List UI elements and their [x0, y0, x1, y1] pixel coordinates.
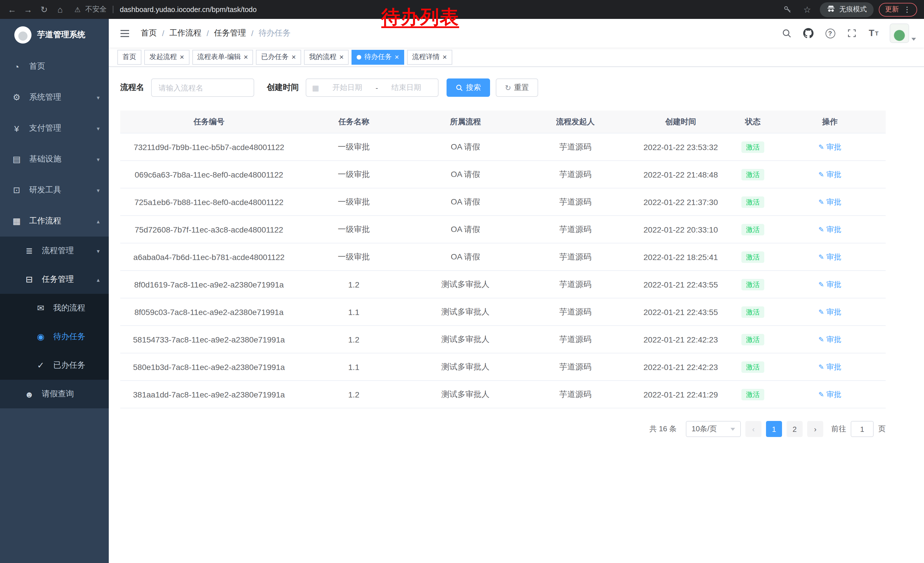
- tab-4[interactable]: 我的流程 ×: [304, 50, 349, 65]
- approve-button[interactable]: ✎ 审批: [818, 197, 841, 207]
- approve-button[interactable]: ✎ 审批: [818, 362, 841, 372]
- font-size-icon[interactable]: T T: [863, 23, 884, 44]
- sidebar-menu: ◔ 首页 ⚙ 系统管理 ▾ ¥ 支付管理 ▾ ▤ 基础设施 ▾ ⊡ 研发工具 ▾…: [0, 51, 109, 408]
- approve-button[interactable]: ✎ 审批: [818, 279, 841, 290]
- table-row: 8f0d1619-7ac8-11ec-a9e2-a2380e71991a 1.2…: [120, 271, 886, 299]
- status-badge: 激活: [741, 224, 764, 235]
- table-row: 381aa1dd-7ac8-11ec-a9e2-a2380e71991a 1.2…: [120, 381, 886, 408]
- chevron-down-icon: ▾: [97, 187, 100, 193]
- sidebar-item-10[interactable]: ✓ 已办任务: [0, 351, 109, 380]
- home-icon[interactable]: ⌂: [52, 2, 68, 17]
- sidebar-item-3[interactable]: ▤ 基础设施 ▾: [0, 144, 109, 175]
- column-header-0: 任务编号: [120, 117, 298, 127]
- sidebar-item-2[interactable]: ¥ 支付管理 ▾: [0, 113, 109, 144]
- key-icon[interactable]: [780, 2, 795, 17]
- approve-button[interactable]: ✎ 审批: [818, 224, 841, 234]
- approve-button[interactable]: ✎ 审批: [818, 334, 841, 344]
- page-button-2[interactable]: 2: [787, 421, 802, 437]
- sidebar-item-5[interactable]: ▦ 工作流程 ▴: [0, 206, 109, 237]
- sidebar-item-4[interactable]: ⊡ 研发工具 ▾: [0, 175, 109, 206]
- breadcrumb-item-1[interactable]: 工作流程: [170, 28, 201, 38]
- tab-close-icon[interactable]: ×: [180, 53, 184, 61]
- sidebar-toggle-icon[interactable]: [117, 25, 133, 41]
- tab-close-icon[interactable]: ×: [395, 53, 399, 61]
- reload-icon[interactable]: ↻: [37, 2, 51, 17]
- eye-icon: ◉: [36, 332, 46, 342]
- avatar[interactable]: [890, 24, 909, 43]
- edit-icon: ✎: [818, 363, 824, 371]
- tab-0[interactable]: 首页: [117, 50, 141, 65]
- tab-3[interactable]: 已办任务 ×: [256, 50, 301, 65]
- date-range-picker[interactable]: ▦ 开始日期 - 结束日期: [306, 78, 438, 97]
- process-name-input[interactable]: [151, 78, 254, 97]
- approve-button[interactable]: ✎ 审批: [818, 169, 841, 180]
- app-logo-row: 芋道管理系统: [0, 19, 109, 51]
- menu-dots-icon[interactable]: ⋮: [903, 5, 911, 14]
- breadcrumb-item-2[interactable]: 任务管理: [214, 28, 246, 38]
- status-badge: 激活: [741, 251, 764, 263]
- sidebar-item-11[interactable]: ☻ 请假查询: [0, 380, 109, 408]
- tab-close-icon[interactable]: ×: [339, 53, 344, 61]
- tab-close-icon[interactable]: ×: [291, 53, 296, 61]
- tab-close-icon[interactable]: ×: [442, 53, 447, 61]
- goto-page-input[interactable]: [851, 421, 874, 437]
- table-row: 580e1b3d-7ac8-11ec-a9e2-a2380e71991a 1.1…: [120, 353, 886, 381]
- approve-button[interactable]: ✎ 审批: [818, 389, 841, 399]
- sidebar-item-0[interactable]: ◔ 首页: [0, 51, 109, 82]
- star-icon[interactable]: ☆: [800, 2, 814, 17]
- search-button[interactable]: 搜索: [447, 78, 490, 97]
- approve-button[interactable]: ✎ 审批: [818, 307, 841, 317]
- approve-button[interactable]: ✎ 审批: [818, 252, 841, 262]
- sidebar-item-7[interactable]: ⊟ 任务管理 ▴: [0, 265, 109, 294]
- status-badge: 激活: [741, 196, 764, 208]
- forward-icon[interactable]: →: [21, 2, 36, 17]
- sidebar-item-8[interactable]: ✉ 我的流程: [0, 294, 109, 323]
- status-badge: 激活: [741, 169, 764, 180]
- tab-1[interactable]: 发起流程 ×: [144, 50, 189, 65]
- page-size-select[interactable]: 10条/页: [686, 421, 741, 437]
- tools-icon: ⊡: [12, 185, 22, 195]
- security-label: 不安全: [85, 5, 107, 14]
- range-separator: -: [375, 83, 378, 92]
- edit-icon: ✎: [818, 390, 824, 398]
- table-row: 73211d9d-7b9b-11ec-b5b7-acde48001122 一级审…: [120, 134, 886, 161]
- address-bar[interactable]: ⚠ 不安全 dashboard.yudao.iocoder.cn/bpm/tas…: [69, 2, 778, 17]
- tab-bar: 首页 发起流程 × 流程表单-编辑 × 已办任务 × 我的流程 × 待办任务 ×…: [109, 48, 924, 67]
- edit-icon: ✎: [818, 253, 824, 261]
- user-menu[interactable]: [890, 24, 916, 43]
- next-page-button[interactable]: ›: [807, 421, 823, 437]
- pagination: 共 16 条 10条/页 ‹ 12 › 前往 页: [120, 421, 886, 437]
- breadcrumb-item-3: 待办任务: [258, 28, 291, 38]
- update-button[interactable]: 更新 ⋮: [879, 3, 917, 17]
- breadcrumb-item-0[interactable]: 首页: [141, 28, 157, 38]
- breadcrumb-separator: /: [251, 29, 254, 38]
- github-icon[interactable]: [798, 23, 819, 44]
- sidebar-item-9[interactable]: ◉ 待办任务: [0, 323, 109, 351]
- sidebar-item-1[interactable]: ⚙ 系统管理 ▾: [0, 82, 109, 113]
- tab-2[interactable]: 流程表单-编辑 ×: [192, 50, 253, 65]
- column-header-3: 流程发起人: [521, 117, 630, 127]
- edit-icon: ✎: [818, 280, 824, 288]
- tab-5[interactable]: 待办任务 ×: [352, 50, 404, 65]
- table-row: 8f059c03-7ac8-11ec-a9e2-a2380e71991a 1.1…: [120, 299, 886, 326]
- calendar-icon: ▦: [312, 83, 319, 92]
- search-icon[interactable]: [776, 23, 797, 44]
- help-icon[interactable]: ?: [820, 23, 840, 44]
- fullscreen-icon[interactable]: [842, 23, 862, 44]
- page-content: 流程名 创建时间 ▦ 开始日期 - 结束日期 搜索 ↻: [109, 67, 924, 563]
- sidebar-item-6[interactable]: ≣ 流程管理 ▾: [0, 237, 109, 265]
- approve-button[interactable]: ✎ 审批: [818, 142, 841, 152]
- status-badge: 激活: [741, 361, 764, 372]
- chevron-down-icon: [911, 38, 916, 41]
- gear-icon: ⚙: [12, 92, 22, 102]
- chrome-actions: ☆ 无痕模式 更新 ⋮: [780, 2, 920, 17]
- tab-close-icon[interactable]: ×: [244, 53, 248, 61]
- table-header: 任务编号任务名称所属流程流程发起人创建时间状态操作: [120, 111, 886, 134]
- table-body: 73211d9d-7b9b-11ec-b5b7-acde48001122 一级审…: [120, 134, 886, 408]
- done-icon: ✓: [36, 360, 46, 371]
- prev-page-button[interactable]: ‹: [746, 421, 761, 437]
- reset-button[interactable]: ↻ 重置: [496, 78, 538, 97]
- back-icon[interactable]: ←: [4, 2, 20, 17]
- tab-6[interactable]: 流程详情 ×: [407, 50, 452, 65]
- page-button-1[interactable]: 1: [766, 421, 782, 437]
